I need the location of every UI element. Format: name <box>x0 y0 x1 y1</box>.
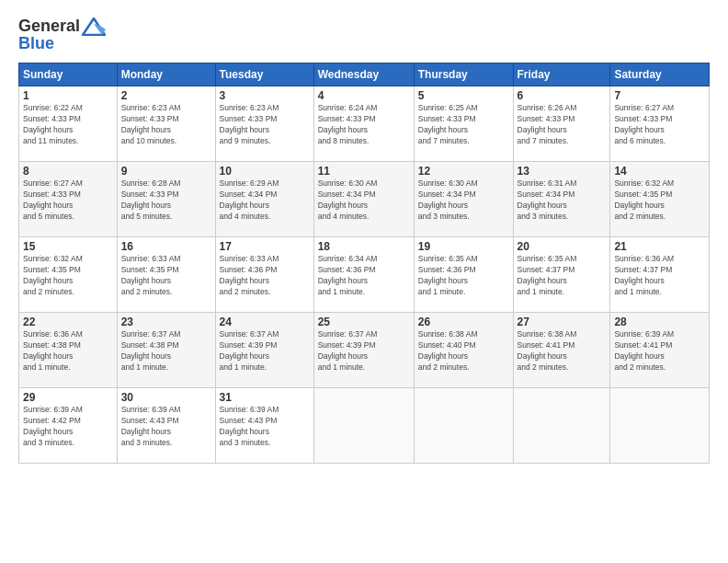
table-row <box>313 388 414 464</box>
day-info: Sunrise: 6:35 AM Sunset: 4:37 PM Dayligh… <box>518 254 607 298</box>
table-row: 21 Sunrise: 6:36 AM Sunset: 4:37 PM Dayl… <box>610 237 710 313</box>
day-info: Sunrise: 6:30 AM Sunset: 4:34 PM Dayligh… <box>318 178 410 223</box>
table-row: 9 Sunrise: 6:28 AM Sunset: 4:33 PM Dayli… <box>117 162 215 237</box>
table-row: 5 Sunrise: 6:25 AM Sunset: 4:33 PM Dayli… <box>414 86 513 162</box>
table-row <box>610 388 710 464</box>
day-info: Sunrise: 6:32 AM Sunset: 4:35 PM Dayligh… <box>614 178 705 223</box>
day-info: Sunrise: 6:33 AM Sunset: 4:35 PM Dayligh… <box>121 254 211 298</box>
day-number: 19 <box>418 240 509 253</box>
day-number: 20 <box>518 240 607 253</box>
day-info: Sunrise: 6:27 AM Sunset: 4:33 PM Dayligh… <box>23 178 113 223</box>
day-number: 17 <box>220 240 310 253</box>
calendar-row: 22 Sunrise: 6:36 AM Sunset: 4:38 PM Dayl… <box>19 313 710 388</box>
day-number: 3 <box>220 89 310 102</box>
calendar-row: 15 Sunrise: 6:32 AM Sunset: 4:35 PM Dayl… <box>19 237 710 313</box>
day-info: Sunrise: 6:26 AM Sunset: 4:33 PM Dayligh… <box>518 103 607 147</box>
day-info: Sunrise: 6:34 AM Sunset: 4:36 PM Dayligh… <box>318 254 410 298</box>
day-number: 18 <box>318 240 410 253</box>
col-wednesday: Wednesday <box>313 63 414 86</box>
table-row: 25 Sunrise: 6:37 AM Sunset: 4:39 PM Dayl… <box>313 313 414 388</box>
page: General Blue Sunday Monday Tuesday Wedne… <box>0 0 728 563</box>
day-info: Sunrise: 6:39 AM Sunset: 4:41 PM Dayligh… <box>614 329 705 373</box>
day-number: 15 <box>23 240 113 253</box>
logo: General Blue <box>18 17 106 53</box>
day-info: Sunrise: 6:30 AM Sunset: 4:34 PM Dayligh… <box>418 178 509 223</box>
day-number: 31 <box>220 391 310 404</box>
day-info: Sunrise: 6:28 AM Sunset: 4:33 PM Dayligh… <box>121 178 211 223</box>
table-row: 15 Sunrise: 6:32 AM Sunset: 4:35 PM Dayl… <box>19 237 118 313</box>
day-info: Sunrise: 6:33 AM Sunset: 4:36 PM Dayligh… <box>220 254 310 298</box>
table-row: 11 Sunrise: 6:30 AM Sunset: 4:34 PM Dayl… <box>313 162 414 237</box>
calendar-row: 1 Sunrise: 6:22 AM Sunset: 4:33 PM Dayli… <box>19 86 710 162</box>
day-info: Sunrise: 6:31 AM Sunset: 4:34 PM Dayligh… <box>518 178 607 223</box>
table-row: 29 Sunrise: 6:39 AM Sunset: 4:42 PM Dayl… <box>19 388 118 464</box>
header-row: Sunday Monday Tuesday Wednesday Thursday… <box>19 63 710 86</box>
day-number: 8 <box>23 165 113 178</box>
day-info: Sunrise: 6:37 AM Sunset: 4:39 PM Dayligh… <box>220 329 310 373</box>
col-friday: Friday <box>513 63 610 86</box>
day-info: Sunrise: 6:29 AM Sunset: 4:34 PM Dayligh… <box>220 178 310 223</box>
table-row: 19 Sunrise: 6:35 AM Sunset: 4:36 PM Dayl… <box>414 237 513 313</box>
table-row: 7 Sunrise: 6:27 AM Sunset: 4:33 PM Dayli… <box>610 86 710 162</box>
day-number: 30 <box>121 391 211 404</box>
table-row: 22 Sunrise: 6:36 AM Sunset: 4:38 PM Dayl… <box>19 313 118 388</box>
day-number: 5 <box>418 89 509 102</box>
table-row: 18 Sunrise: 6:34 AM Sunset: 4:36 PM Dayl… <box>313 237 414 313</box>
table-row: 26 Sunrise: 6:38 AM Sunset: 4:40 PM Dayl… <box>414 313 513 388</box>
calendar: Sunday Monday Tuesday Wednesday Thursday… <box>18 63 710 464</box>
col-saturday: Saturday <box>610 63 710 86</box>
day-number: 1 <box>23 89 113 102</box>
day-info: Sunrise: 6:39 AM Sunset: 4:43 PM Dayligh… <box>220 405 310 449</box>
col-tuesday: Tuesday <box>215 63 313 86</box>
table-row: 3 Sunrise: 6:23 AM Sunset: 4:33 PM Dayli… <box>215 86 313 162</box>
table-row: 10 Sunrise: 6:29 AM Sunset: 4:34 PM Dayl… <box>215 162 313 237</box>
day-number: 9 <box>121 165 211 178</box>
day-number: 25 <box>318 316 410 328</box>
day-number: 14 <box>614 165 705 178</box>
day-info: Sunrise: 6:35 AM Sunset: 4:36 PM Dayligh… <box>418 254 509 298</box>
table-row: 2 Sunrise: 6:23 AM Sunset: 4:33 PM Dayli… <box>117 86 215 162</box>
table-row: 24 Sunrise: 6:37 AM Sunset: 4:39 PM Dayl… <box>215 313 313 388</box>
day-number: 4 <box>318 89 410 102</box>
day-number: 21 <box>614 240 705 253</box>
day-number: 29 <box>23 391 113 404</box>
logo-blue: Blue <box>18 34 54 53</box>
table-row: 12 Sunrise: 6:30 AM Sunset: 4:34 PM Dayl… <box>414 162 513 237</box>
day-number: 16 <box>121 240 211 253</box>
table-row: 6 Sunrise: 6:26 AM Sunset: 4:33 PM Dayli… <box>513 86 610 162</box>
table-row: 16 Sunrise: 6:33 AM Sunset: 4:35 PM Dayl… <box>117 237 215 313</box>
day-number: 23 <box>121 316 211 328</box>
day-number: 6 <box>518 89 607 102</box>
day-number: 27 <box>518 316 607 328</box>
day-number: 12 <box>418 165 509 178</box>
col-monday: Monday <box>117 63 215 86</box>
day-info: Sunrise: 6:23 AM Sunset: 4:33 PM Dayligh… <box>121 103 211 147</box>
day-number: 26 <box>418 316 509 328</box>
table-row: 1 Sunrise: 6:22 AM Sunset: 4:33 PM Dayli… <box>19 86 118 162</box>
day-info: Sunrise: 6:37 AM Sunset: 4:38 PM Dayligh… <box>121 329 211 373</box>
table-row: 20 Sunrise: 6:35 AM Sunset: 4:37 PM Dayl… <box>513 237 610 313</box>
calendar-row: 29 Sunrise: 6:39 AM Sunset: 4:42 PM Dayl… <box>19 388 710 464</box>
day-info: Sunrise: 6:24 AM Sunset: 4:33 PM Dayligh… <box>318 103 410 147</box>
table-row: 23 Sunrise: 6:37 AM Sunset: 4:38 PM Dayl… <box>117 313 215 388</box>
table-row: 28 Sunrise: 6:39 AM Sunset: 4:41 PM Dayl… <box>610 313 710 388</box>
logo-triangle-icon <box>82 17 106 36</box>
logo-general: General <box>18 17 80 36</box>
day-info: Sunrise: 6:25 AM Sunset: 4:33 PM Dayligh… <box>418 103 509 147</box>
day-info: Sunrise: 6:22 AM Sunset: 4:33 PM Dayligh… <box>23 103 113 147</box>
calendar-row: 8 Sunrise: 6:27 AM Sunset: 4:33 PM Dayli… <box>19 162 710 237</box>
day-info: Sunrise: 6:36 AM Sunset: 4:38 PM Dayligh… <box>23 329 113 373</box>
day-info: Sunrise: 6:32 AM Sunset: 4:35 PM Dayligh… <box>23 254 113 298</box>
table-row: 8 Sunrise: 6:27 AM Sunset: 4:33 PM Dayli… <box>19 162 118 237</box>
table-row <box>513 388 610 464</box>
col-thursday: Thursday <box>414 63 513 86</box>
header: General Blue <box>18 17 710 53</box>
day-number: 28 <box>614 316 705 328</box>
table-row: 17 Sunrise: 6:33 AM Sunset: 4:36 PM Dayl… <box>215 237 313 313</box>
col-sunday: Sunday <box>19 63 118 86</box>
table-row: 27 Sunrise: 6:38 AM Sunset: 4:41 PM Dayl… <box>513 313 610 388</box>
day-number: 13 <box>518 165 607 178</box>
day-info: Sunrise: 6:38 AM Sunset: 4:40 PM Dayligh… <box>418 329 509 373</box>
day-number: 24 <box>220 316 310 328</box>
day-number: 2 <box>121 89 211 102</box>
